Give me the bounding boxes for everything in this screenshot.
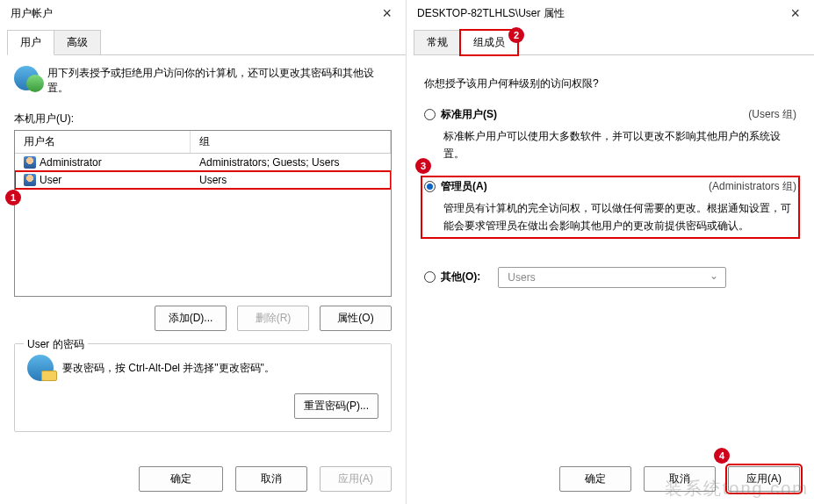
other-group-select[interactable]: Users — [498, 267, 726, 288]
row-name: User — [40, 174, 61, 186]
ok-button[interactable]: 确定 — [139, 466, 223, 492]
user-properties-window: DESKTOP-82TLHLS\User 属性 × 常规 组成员 你想授予该用户… — [407, 0, 814, 504]
radio-other[interactable] — [424, 271, 436, 283]
badge-2: 2 — [508, 27, 524, 43]
badge-3: 3 — [415, 158, 431, 174]
label-standard: 标准用户(S) — [441, 107, 497, 122]
password-groupbox: User 的密码 要改密码，按 Ctrl-Alt-Del 并选择"更改密码"。 … — [14, 343, 392, 432]
tabs-right: 常规 组成员 — [414, 30, 814, 55]
add-button[interactable]: 添加(D)... — [155, 306, 227, 331]
table-row[interactable]: User Users — [15, 171, 391, 189]
user-icon — [24, 174, 36, 186]
remove-button: 删除(R) — [237, 306, 309, 331]
titlebar-left: 用户帐户 × — [0, 0, 406, 26]
user-icon — [24, 156, 36, 169]
tab-user[interactable]: 用户 — [7, 30, 54, 55]
key-user-icon — [27, 355, 54, 381]
user-accounts-window: 用户帐户 × 用户 高级 用下列表授予或拒绝用户访问你的计算机，还可以更改其密码… — [0, 0, 407, 504]
ok-button[interactable]: 确定 — [559, 466, 631, 492]
cancel-button[interactable]: 取消 — [644, 466, 716, 492]
option-other[interactable]: 其他(O): Users — [424, 267, 796, 288]
apply-button: 应用(A) — [320, 466, 392, 492]
option-standard[interactable]: 标准用户(S) (Users 组) 标准帐户用户可以使用大多数软件，并可以更改不… — [424, 107, 796, 163]
label-admin: 管理员(A) — [441, 179, 487, 194]
option-admin[interactable]: 管理员(A) (Administrators 组) 管理员有计算机的完全访问权，… — [424, 179, 796, 235]
window-title: 用户帐户 — [11, 6, 53, 21]
row-name: Administrator — [40, 156, 102, 169]
badge-1: 1 — [5, 190, 21, 205]
password-group-title: User 的密码 — [24, 337, 88, 352]
access-level-question: 你想授予该用户何种级别的访问权限? — [424, 76, 796, 91]
titlebar-right: DESKTOP-82TLHLS\User 属性 × — [407, 0, 814, 26]
table-row[interactable]: Administrator Administrators; Guests; Us… — [15, 154, 391, 171]
dialog-buttons-right: 确定 取消 应用(A) — [407, 466, 814, 492]
radio-standard[interactable] — [424, 109, 436, 120]
properties-button[interactable]: 属性(O) — [320, 306, 392, 331]
dialog-buttons-left: 确定 取消 应用(A) — [0, 466, 406, 492]
window-title: DESKTOP-82TLHLS\User 属性 — [417, 6, 565, 21]
intro-text: 用下列表授予或拒绝用户访问你的计算机，还可以更改其密码和其他设置。 — [47, 66, 392, 96]
row-group: Users — [191, 173, 391, 187]
local-users-label: 本机用户(U): — [14, 112, 392, 126]
users-icon — [14, 66, 39, 90]
tab-general[interactable]: 常规 — [414, 30, 461, 54]
col-group[interactable]: 组 — [191, 131, 391, 153]
note-admin: (Administrators 组) — [709, 179, 796, 194]
cancel-button[interactable]: 取消 — [235, 466, 307, 492]
close-icon[interactable]: × — [377, 5, 397, 21]
close-icon[interactable]: × — [785, 5, 805, 21]
radio-admin[interactable] — [424, 181, 436, 192]
users-list[interactable]: 用户名 组 Administrator Administrators; Gues… — [14, 130, 392, 297]
tab-advanced[interactable]: 高级 — [54, 30, 101, 54]
apply-button[interactable]: 应用(A) — [728, 466, 800, 492]
row-group: Administrators; Guests; Users — [191, 155, 391, 169]
desc-admin: 管理员有计算机的完全访问权，可以做任何需要的更改。根据通知设置，可能会要求管理员… — [443, 199, 796, 235]
reset-password-button[interactable]: 重置密码(P)... — [294, 393, 378, 419]
badge-4: 4 — [714, 448, 730, 464]
list-header: 用户名 组 — [15, 131, 391, 154]
note-standard: (Users 组) — [748, 107, 796, 122]
password-text: 要改密码，按 Ctrl-Alt-Del 并选择"更改密码"。 — [62, 361, 275, 376]
col-username[interactable]: 用户名 — [15, 131, 191, 153]
label-other: 其他(O): — [441, 270, 480, 284]
tabs-left: 用户 高级 — [7, 30, 406, 55]
desc-standard: 标准帐户用户可以使用大多数软件，并可以更改不影响其他用户的系统设置。 — [443, 127, 796, 163]
